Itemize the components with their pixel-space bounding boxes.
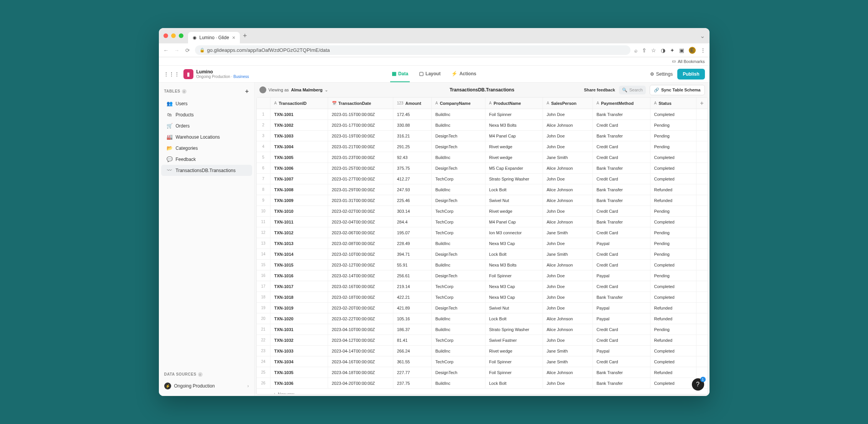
cell[interactable]: Credit Card [593, 152, 650, 162]
table-row[interactable]: 8TXN-10082023-01-29T00:00:00Z247.93Build… [257, 184, 708, 195]
column-header-productname[interactable]: AProductName [485, 98, 543, 109]
cell[interactable]: Completed [650, 346, 696, 356]
table-row[interactable]: 7TXN-10072023-01-27T00:00:00Z412.27TechC… [257, 174, 708, 184]
cell[interactable]: Refunded [650, 303, 696, 313]
table-row[interactable]: 5TXN-10052023-01-23T00:00:00Z92.43BuildI… [257, 152, 708, 163]
cell[interactable]: Credit Card [593, 120, 650, 130]
cell[interactable]: Nexa M3 Cap [485, 292, 543, 302]
cell[interactable]: Completed [650, 163, 696, 173]
bookmark-icon[interactable]: ☆ [651, 47, 656, 53]
table-row[interactable]: 23TXN-10332023-04-14T00:00:00Z266.24Buil… [257, 346, 708, 356]
share-feedback-link[interactable]: Share feedback [584, 88, 615, 92]
cell[interactable]: TXN-1004 [271, 141, 328, 152]
profile-avatar[interactable]: E [689, 47, 696, 54]
cell[interactable]: TXN-1033 [271, 346, 328, 356]
cell[interactable]: TXN-1007 [271, 174, 328, 184]
tab-actions[interactable]: ⚡Actions [450, 66, 478, 82]
close-icon[interactable] [163, 33, 168, 38]
cell[interactable]: TXN-1011 [271, 217, 328, 227]
cell[interactable]: 55.91 [393, 260, 432, 270]
table-row[interactable]: 3TXN-10032023-01-19T00:00:00Z316.21Desig… [257, 131, 708, 141]
cell[interactable]: 2023-02-14T00:00:00Z [328, 270, 393, 281]
table-row[interactable]: 18TXN-10182023-02-18T00:00:00Z422.21Tech… [257, 292, 708, 303]
cell[interactable]: 361.55 [393, 356, 432, 367]
cell[interactable]: Rivet wedge [485, 346, 543, 356]
cell[interactable]: M4 Panel Cap [485, 131, 543, 141]
cell[interactable]: TechCorp [432, 227, 485, 238]
sidebar-item-users[interactable]: 👥Users [161, 98, 252, 109]
cell[interactable]: Credit Card [593, 249, 650, 259]
cell[interactable]: TXN-1002 [271, 120, 328, 130]
cell[interactable]: John Doe [543, 238, 593, 248]
cell[interactable]: 225.46 [393, 195, 432, 205]
cell[interactable]: 303.14 [393, 206, 432, 216]
cell[interactable]: John Doe [543, 335, 593, 345]
cell[interactable]: M5 Cap Expander [485, 163, 543, 173]
cell[interactable]: Paypal [593, 238, 650, 248]
cell[interactable]: TXN-1012 [271, 227, 328, 238]
cell[interactable]: DesignTech [432, 303, 485, 313]
cell[interactable]: 316.21 [393, 131, 432, 141]
cell[interactable]: Pending [650, 238, 696, 248]
cell[interactable]: Bank Transfer [593, 131, 650, 141]
column-header-transactiondate[interactable]: 📅TransactionDate [328, 98, 393, 109]
cell[interactable]: 291.25 [393, 141, 432, 152]
cell[interactable]: 412.27 [393, 174, 432, 184]
cell[interactable]: Nexa M3 Cap [485, 281, 543, 292]
cell[interactable]: Alice Johnson [543, 367, 593, 378]
cell[interactable]: TXN-1031 [271, 324, 328, 335]
table-row[interactable]: 11TXN-10112023-02-04T00:00:00Z284.4TechC… [257, 217, 708, 227]
column-header-status[interactable]: AStatus [650, 98, 696, 109]
minimize-icon[interactable] [171, 33, 176, 38]
cell[interactable]: John Doe [543, 141, 593, 152]
cell[interactable]: Pending [650, 270, 696, 281]
cell[interactable]: TXN-1005 [271, 152, 328, 162]
cell[interactable]: TechCorp [432, 281, 485, 292]
cell[interactable]: TechCorp [432, 335, 485, 345]
back-icon[interactable]: ← [163, 47, 170, 53]
cell[interactable]: DesignTech [432, 270, 485, 281]
cell[interactable]: TXN-1035 [271, 367, 328, 378]
cell[interactable]: 228.49 [393, 238, 432, 248]
table-row[interactable]: 14TXN-10142023-02-10T00:00:00Z394.71Desi… [257, 249, 708, 260]
cell[interactable]: DesignTech [432, 249, 485, 259]
cell[interactable]: Lock Bolt [485, 378, 543, 388]
data-grid[interactable]: ATransactionID📅TransactionDate123AmountA… [256, 97, 708, 394]
cell[interactable]: Pending [650, 324, 696, 335]
cell[interactable]: Foil Spinner [485, 109, 543, 119]
cell[interactable]: 92.43 [393, 152, 432, 162]
cell[interactable]: Strato Spring Washer [485, 324, 543, 335]
cell[interactable]: DesignTech [432, 131, 485, 141]
table-row[interactable]: 1TXN-10012023-01-15T00:00:00Z172.45Build… [257, 109, 708, 120]
cell[interactable]: Swivel Nut [485, 303, 543, 313]
cell[interactable]: 266.24 [393, 346, 432, 356]
cell[interactable]: 2023-02-08T00:00:00Z [328, 238, 393, 248]
forward-icon[interactable]: → [173, 47, 180, 53]
cell[interactable]: Completed [650, 174, 696, 184]
cell[interactable]: 421.89 [393, 303, 432, 313]
cell[interactable]: BuildInc [432, 238, 485, 248]
cell[interactable]: Alice Johnson [543, 260, 593, 270]
viewing-as-selector[interactable]: Viewing as Alma Malmberg ⌄ [259, 86, 328, 93]
cell[interactable]: John Doe [543, 109, 593, 119]
cell[interactable]: Pending [650, 206, 696, 216]
cell[interactable]: Completed [650, 217, 696, 227]
cell[interactable]: DesignTech [432, 141, 485, 152]
cell[interactable]: 330.88 [393, 120, 432, 130]
extension-icon[interactable]: ◑ [661, 47, 665, 53]
cell[interactable]: Credit Card [593, 141, 650, 152]
cell[interactable]: Alice Johnson [543, 195, 593, 205]
cell[interactable]: Paypal [593, 270, 650, 281]
sidebar-item-warehouse-locations[interactable]: 🏭Warehouse Locations [161, 131, 252, 142]
cell[interactable]: TXN-1010 [271, 206, 328, 216]
cell[interactable]: 2023-01-15T00:00:00Z [328, 109, 393, 119]
column-header-companyname[interactable]: ACompanyName [432, 98, 485, 109]
tab-layout[interactable]: ▢Layout [417, 66, 442, 82]
table-row[interactable]: 19TXN-10192023-02-20T00:00:00Z421.89Desi… [257, 303, 708, 313]
cell[interactable]: 2023-04-16T00:00:00Z [328, 356, 393, 367]
key-icon[interactable]: ⌕ [634, 47, 637, 53]
cell[interactable]: 247.93 [393, 184, 432, 195]
cell[interactable]: TXN-1014 [271, 249, 328, 259]
cell[interactable]: TXN-1016 [271, 270, 328, 281]
menu-icon[interactable]: ⋮ [700, 47, 706, 53]
